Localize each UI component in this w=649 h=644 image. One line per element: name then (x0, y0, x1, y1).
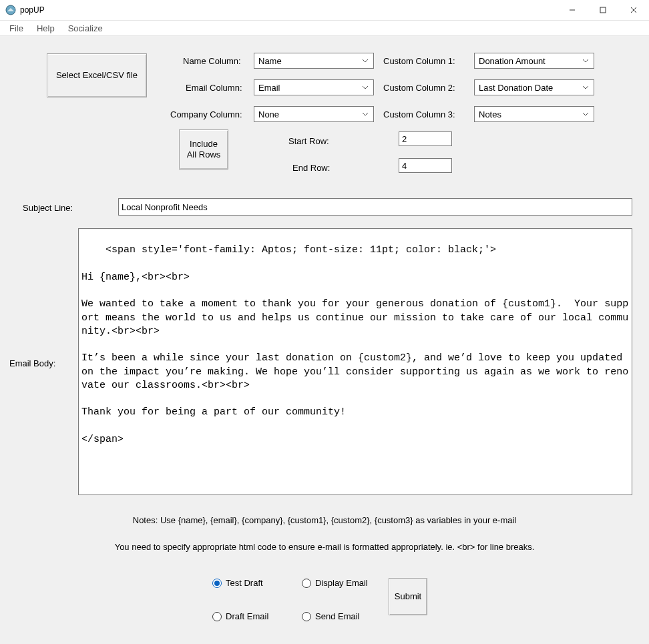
select-file-label: Select Excel/CSV file (56, 70, 138, 81)
email-column-label: Email Column: (186, 83, 242, 93)
menu-bar: File Help Socialize (0, 20, 649, 36)
include-all-rows-label: Include All Rows (187, 139, 221, 161)
include-all-rows-button[interactable]: Include All Rows (179, 129, 228, 170)
radio-dot-icon (212, 612, 222, 621)
radio-display-email[interactable]: Display Email (302, 578, 368, 588)
custom3-value: Notes (479, 109, 501, 119)
app-icon (5, 5, 16, 15)
chevron-down-icon (580, 112, 591, 116)
radio-send-email-label: Send Email (315, 611, 359, 621)
radio-dot-icon (212, 579, 222, 588)
subject-value: Local Nonprofit Needs (122, 202, 208, 212)
maximize-button[interactable] (588, 0, 618, 20)
start-row-value: 2 (402, 134, 407, 144)
svg-rect-2 (600, 7, 606, 13)
email-column-value: Email (258, 83, 280, 93)
start-row-label: Start Row: (288, 136, 329, 146)
custom1-select[interactable]: Donation Amount (474, 53, 594, 69)
custom3-label: Custom Column 3: (383, 109, 455, 119)
minimize-button[interactable] (557, 0, 588, 20)
notes-line-2: You need to specify appropriate html cod… (0, 542, 649, 552)
start-row-input[interactable]: 2 (399, 131, 452, 146)
radio-send-email[interactable]: Send Email (302, 611, 359, 621)
end-row-input[interactable]: 4 (399, 158, 452, 173)
close-button[interactable] (618, 0, 649, 20)
company-column-label: Company Column: (170, 109, 242, 119)
radio-dot-icon (302, 612, 311, 621)
email-body-label: Email Body: (9, 358, 55, 368)
company-column-select[interactable]: None (254, 106, 374, 122)
client-area: Select Excel/CSV file Name Column: Email… (0, 36, 649, 644)
menu-file[interactable]: File (3, 22, 30, 35)
custom2-label: Custom Column 2: (383, 83, 455, 93)
name-column-value: Name (258, 56, 282, 66)
end-row-label: End Row: (292, 163, 330, 173)
radio-dot-icon (302, 579, 311, 588)
subject-input[interactable]: Local Nonprofit Needs (118, 198, 632, 216)
submit-label: Submit (395, 591, 421, 602)
radio-test-draft[interactable]: Test Draft (212, 578, 263, 588)
company-column-value: None (258, 109, 279, 119)
radio-draft-email[interactable]: Draft Email (212, 611, 268, 621)
menu-socialize[interactable]: Socialize (61, 22, 110, 35)
chevron-down-icon (360, 59, 371, 63)
radio-display-email-label: Display Email (315, 578, 368, 588)
menu-help[interactable]: Help (30, 22, 61, 35)
custom2-select[interactable]: Last Donation Date (474, 79, 594, 95)
custom1-value: Donation Amount (479, 56, 546, 66)
window-title: popUP (20, 5, 45, 15)
name-column-label: Name Column: (183, 56, 241, 66)
email-body-value: <span style='font-family: Aptos; font-si… (81, 244, 628, 445)
email-column-select[interactable]: Email (254, 79, 374, 95)
radio-draft-email-label: Draft Email (226, 611, 268, 621)
select-file-button[interactable]: Select Excel/CSV file (47, 53, 147, 97)
end-row-value: 4 (402, 161, 407, 171)
title-bar: popUP (0, 0, 649, 20)
custom3-select[interactable]: Notes (474, 106, 594, 122)
custom1-label: Custom Column 1: (383, 56, 455, 66)
chevron-down-icon (580, 59, 591, 63)
chevron-down-icon (360, 112, 371, 116)
custom2-value: Last Donation Date (479, 83, 553, 93)
chevron-down-icon (360, 85, 371, 89)
submit-button[interactable]: Submit (389, 578, 427, 615)
subject-label: Subject Line: (23, 203, 73, 213)
radio-test-draft-label: Test Draft (226, 578, 263, 588)
name-column-select[interactable]: Name (254, 53, 374, 69)
email-body-input[interactable]: <span style='font-family: Aptos; font-si… (78, 228, 632, 495)
notes-line-1: Notes: Use {name}, {email}, {company}, {… (0, 515, 649, 525)
chevron-down-icon (580, 85, 591, 89)
